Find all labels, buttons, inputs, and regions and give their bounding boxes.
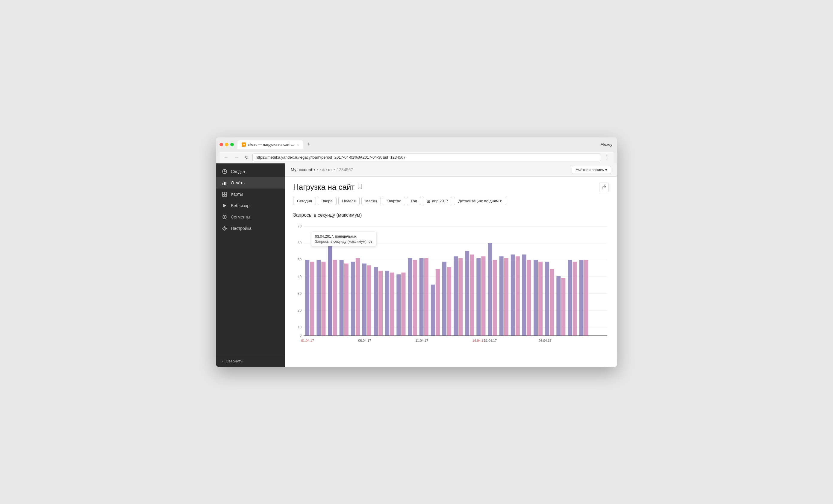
svg-rect-29	[310, 261, 314, 335]
back-button[interactable]: ←	[222, 153, 230, 161]
chart-tooltip: 03.04.2017, понедельник Запросы в секунд…	[311, 232, 376, 246]
sidebar-label-otchety: Отчёты	[231, 180, 245, 185]
svg-rect-71	[550, 269, 554, 335]
svg-rect-39	[367, 265, 371, 335]
play-icon	[222, 203, 227, 208]
date-picker-label: апр 2017	[432, 199, 448, 203]
svg-rect-43	[390, 272, 394, 335]
tab-title: site.ru — нагрузка на сайт —	[247, 143, 295, 147]
tabs-bar: М site.ru — нагрузка на сайт — × +	[237, 141, 601, 149]
browser-tab[interactable]: М site.ru — нагрузка на сайт — ×	[237, 141, 303, 149]
svg-rect-34	[339, 260, 344, 335]
filter-year[interactable]: Год	[407, 197, 421, 205]
browser-toolbar: ← → ↻ ⋮	[219, 151, 614, 163]
svg-text:01.04.17: 01.04.17	[301, 338, 314, 342]
traffic-lights	[219, 143, 234, 146]
svg-rect-72	[556, 276, 561, 335]
sidebar-item-nastrojki[interactable]: Настройка	[216, 223, 285, 234]
minimize-button[interactable]	[225, 143, 229, 146]
chevron-left-icon: ‹	[222, 359, 223, 363]
svg-rect-54	[454, 256, 458, 335]
detail-label: Детализация: по дням	[458, 199, 499, 203]
svg-rect-61	[493, 260, 497, 335]
new-tab-button[interactable]: +	[305, 141, 313, 149]
svg-point-11	[224, 227, 225, 229]
svg-rect-46	[408, 258, 412, 335]
share-button[interactable]	[599, 182, 609, 192]
sidebar-item-otchety[interactable]: Отчёты	[216, 177, 285, 188]
svg-rect-57	[470, 254, 474, 335]
svg-text:11.04.17: 11.04.17	[415, 338, 428, 342]
date-picker-button[interactable]: ⊞ апр 2017	[423, 197, 452, 205]
breadcrumb-account[interactable]: My account ▾	[291, 167, 315, 172]
browser-menu-button[interactable]: ⋮	[603, 153, 611, 161]
sidebar-item-vebvizor[interactable]: Вебвизор	[216, 200, 285, 211]
svg-rect-76	[579, 260, 584, 335]
svg-rect-41	[379, 271, 383, 335]
refresh-button[interactable]: ↻	[242, 153, 251, 161]
sidebar-label-svodka: Сводка	[231, 169, 245, 174]
svg-rect-45	[401, 272, 405, 335]
grid-icon	[222, 192, 227, 197]
detail-button[interactable]: Детализация: по дням ▾	[454, 197, 506, 205]
chart-title: Запросы в секунду (максимум)	[293, 212, 609, 218]
browser-titlebar: М site.ru — нагрузка на сайт — × + Alexe…	[219, 141, 614, 149]
svg-rect-5	[225, 192, 227, 194]
svg-rect-70	[545, 261, 549, 335]
filter-week[interactable]: Неделя	[338, 197, 360, 205]
account-btn-label: Учётная запись	[576, 168, 604, 172]
time-filters: Сегодня Вчера Неделя Месяц Квартал Год ⊞…	[293, 197, 609, 205]
forward-button[interactable]: →	[232, 153, 240, 161]
calendar-icon: ⊞	[427, 199, 430, 203]
svg-rect-56	[465, 251, 469, 335]
filter-quarter[interactable]: Квартал	[383, 197, 405, 205]
svg-rect-42	[385, 271, 389, 335]
svg-rect-55	[458, 258, 462, 335]
svg-rect-30	[316, 260, 321, 335]
svg-rect-35	[344, 263, 349, 335]
filter-yesterday[interactable]: Вчера	[318, 197, 337, 205]
page-title-row: Нагрузка на сайт	[293, 182, 609, 192]
collapse-button[interactable]: ‹ Свернуть	[222, 359, 279, 363]
svg-text:26.04.17: 26.04.17	[539, 338, 551, 342]
svg-rect-51	[436, 269, 440, 335]
svg-rect-59	[481, 256, 485, 335]
svg-rect-28	[305, 260, 309, 335]
close-button[interactable]	[219, 143, 223, 146]
tooltip-value: Запросы в секунду (максимум): 63	[315, 240, 373, 244]
filter-month[interactable]: Месяц	[361, 197, 381, 205]
app-container: Сводка Отчёты	[216, 163, 617, 367]
svg-text:60: 60	[298, 241, 302, 245]
svg-rect-60	[488, 243, 492, 335]
detail-chevron-icon: ▾	[500, 199, 502, 203]
content-header: My account ▾ • site.ru • 1234567 Учётная…	[285, 163, 617, 177]
account-button[interactable]: Учётная запись ▾	[572, 166, 611, 174]
breadcrumb-id: 1234567	[337, 167, 353, 172]
tab-favicon: М	[242, 143, 246, 147]
svg-rect-73	[561, 278, 565, 335]
svg-rect-47	[413, 260, 417, 335]
bookmark-icon[interactable]	[358, 183, 362, 191]
tab-close-icon[interactable]: ×	[297, 142, 299, 147]
header-actions: Учётная запись ▾	[572, 166, 611, 174]
sidebar-footer: ‹ Свернуть	[216, 355, 285, 367]
svg-rect-4	[222, 192, 224, 194]
svg-rect-67	[527, 260, 531, 335]
svg-rect-63	[504, 258, 508, 335]
address-bar[interactable]	[253, 154, 601, 161]
svg-rect-77	[584, 260, 588, 335]
svg-rect-66	[522, 254, 526, 335]
breadcrumb-chevron-icon: ▾	[313, 168, 315, 172]
svg-rect-37	[356, 258, 360, 335]
sidebar-item-karty[interactable]: Карты	[216, 188, 285, 200]
collapse-label: Свернуть	[225, 359, 242, 363]
sidebar-item-segmenty[interactable]: Сегменты	[216, 211, 285, 223]
filter-today[interactable]: Сегодня	[293, 197, 316, 205]
breadcrumb-account-label: My account	[291, 167, 312, 172]
user-label: Alexey	[601, 142, 614, 147]
svg-rect-65	[516, 256, 520, 335]
breadcrumb-separator-2: •	[334, 167, 335, 172]
maximize-button[interactable]	[230, 143, 234, 146]
sidebar-item-svodka[interactable]: Сводка	[216, 166, 285, 177]
svg-text:30: 30	[298, 291, 302, 295]
